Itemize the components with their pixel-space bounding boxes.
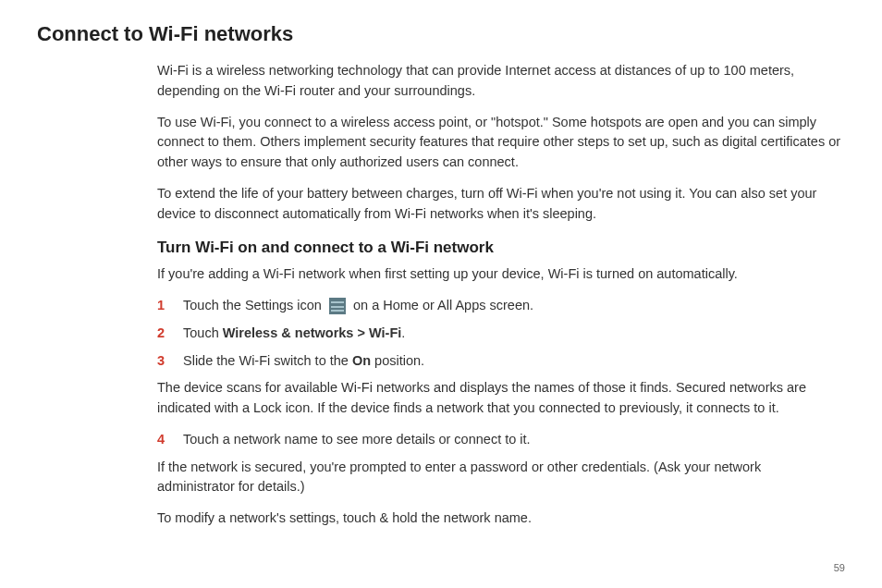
- intro-para-1: Wi-Fi is a wireless networking technolog…: [157, 61, 841, 102]
- step-3-post: position.: [371, 353, 424, 368]
- step-3-bold: On: [352, 353, 371, 368]
- section-title: Turn Wi-Fi on and connect to a Wi-Fi net…: [157, 239, 841, 257]
- after-step-4-para-2: To modify a network's settings, touch & …: [157, 508, 841, 529]
- intro-para-3: To extend the life of your battery betwe…: [157, 184, 841, 225]
- step-number: 2: [157, 324, 168, 344]
- document-content: Wi-Fi is a wireless networking technolog…: [157, 61, 841, 529]
- step-3: 3 Slide the Wi-Fi switch to the On posit…: [157, 351, 841, 372]
- step-1-post: on a Home or All Apps screen.: [353, 298, 533, 312]
- intro-para-2: To use Wi-Fi, you connect to a wireless …: [157, 113, 841, 173]
- step-4: 4 Touch a network name to see more detai…: [157, 430, 841, 450]
- page-title: Connect to Wi-Fi networks: [37, 22, 845, 46]
- step-number: 1: [157, 296, 168, 316]
- step-2-bold: Wireless & networks > Wi-Fi: [223, 325, 402, 340]
- step-1: 1 Touch the Settings icon on a Home or A…: [157, 296, 841, 316]
- after-step-3-para: The device scans for available Wi-Fi net…: [157, 378, 841, 419]
- step-number: 3: [157, 351, 168, 372]
- section-intro: If you're adding a Wi-Fi network when fi…: [157, 264, 841, 285]
- page-number: 59: [834, 562, 845, 573]
- step-2-post: .: [401, 325, 405, 340]
- step-3-text: Slide the Wi-Fi switch to the On positio…: [183, 351, 841, 372]
- step-2-text: Touch Wireless & networks > Wi-Fi.: [183, 324, 841, 344]
- step-4-text: Touch a network name to see more details…: [183, 430, 841, 450]
- step-2-pre: Touch: [183, 325, 223, 340]
- step-2: 2 Touch Wireless & networks > Wi-Fi.: [157, 324, 841, 344]
- settings-icon: [329, 298, 346, 314]
- step-1-text: Touch the Settings icon on a Home or All…: [183, 296, 841, 316]
- step-3-pre: Slide the Wi-Fi switch to the: [183, 353, 352, 368]
- step-1-pre: Touch the Settings icon: [183, 298, 325, 312]
- step-number: 4: [157, 430, 168, 450]
- after-step-4-para-1: If the network is secured, you're prompt…: [157, 458, 841, 498]
